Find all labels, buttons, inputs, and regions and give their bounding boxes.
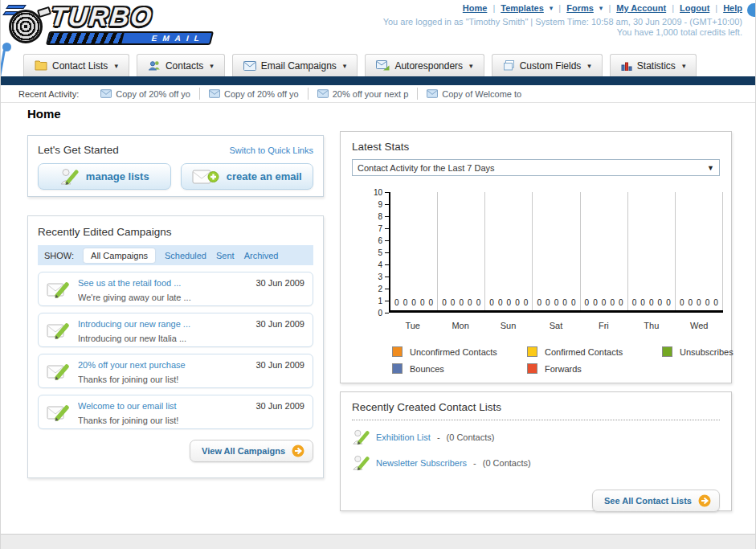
data-value-label: 0 (442, 298, 447, 307)
campaign-date: 30 Jun 2009 (255, 319, 304, 329)
filter-all-campaigns[interactable]: All Campaigns (84, 248, 155, 263)
person-pencil-icon (352, 428, 370, 446)
campaign-row[interactable]: Welcome to our email list Thanks for joi… (38, 395, 313, 429)
data-value-label: 0 (602, 298, 607, 307)
stats-range-value: Contact Activity for the Last 7 Days (358, 163, 495, 173)
nav-link-help[interactable]: Help (723, 3, 742, 13)
contact-list-link[interactable]: Newsletter Subscribers (376, 458, 467, 468)
data-value-label: 0 (459, 298, 464, 307)
campaign-row[interactable]: See us at the retail food ... We're givi… (38, 272, 313, 306)
campaign-title-link[interactable]: See us at the retail food ... (78, 278, 181, 288)
y-tick-label: 8 (378, 212, 389, 220)
activity-link[interactable]: Copy of Welcome to (442, 89, 521, 99)
data-value-label: 0 (524, 298, 529, 307)
turbo-pipe-icon (37, 6, 51, 18)
nav-separator: | (492, 3, 495, 13)
nav-link-my-account[interactable]: My Account (616, 3, 666, 13)
nav-link-logout[interactable]: Logout (680, 3, 709, 13)
recent-activity-item[interactable]: Copy of Welcome to (418, 88, 530, 100)
activity-link[interactable]: Copy of 20% off yo (116, 89, 190, 99)
see-all-contact-lists-button[interactable]: See All Contact Lists (592, 490, 720, 512)
bar-chart-icon (621, 61, 632, 71)
recent-activity-item[interactable]: Copy of 20% off yo (92, 88, 200, 100)
recent-activity-bar: Recent Activity: Copy of 20% off yo Copy… (1, 85, 755, 103)
page-title: Home (27, 107, 61, 121)
tab-label: Custom Fields (520, 60, 582, 72)
data-value-label: 0 (585, 298, 590, 307)
view-all-campaigns-button[interactable]: View All Campaigns (190, 440, 313, 462)
contact-list-count: (0 Contacts) (483, 458, 531, 468)
y-tick-label: 3 (378, 272, 389, 281)
tab-label: Contacts (166, 60, 203, 72)
turbo-email-logo: TURBO EMAIL (6, 2, 223, 48)
campaign-filter-bar: SHOW: All Campaigns Scheduled Sent Archi… (38, 245, 313, 265)
recent-activity-label: Recent Activity: (18, 89, 79, 99)
nav-link-home[interactable]: Home (463, 3, 488, 13)
chart-day-group: 00000 (533, 192, 580, 310)
stats-range-select[interactable]: Contact Activity for the Last 7 Days ▼ (352, 159, 720, 176)
get-started-panel: Let's Get Started Switch to Quick Links … (27, 135, 324, 197)
chart-legend: Unconfirmed ContactsConfirmed ContactsUn… (392, 346, 720, 374)
contact-list-item[interactable]: Exhibition List - (0 Contacts) (352, 428, 720, 446)
tab-statistics[interactable]: Statistics ▾ (610, 54, 697, 76)
chevron-down-icon[interactable]: ▾ (550, 4, 554, 12)
tab-contacts[interactable]: Contacts ▾ (137, 54, 225, 76)
campaign-title-link[interactable]: Welcome to our email list (78, 401, 177, 411)
campaign-subtitle: Thanks for joining our list! (78, 416, 178, 425)
stacked-pages-icon (503, 60, 515, 71)
navy-divider-bar (1, 76, 755, 85)
campaign-row[interactable]: 20% off your next purchase Thanks for jo… (38, 354, 313, 388)
legend-label: Unsubscribes (680, 347, 734, 357)
contact-lists-panel: Recently Created Contact Lists Exhibitio… (340, 391, 732, 511)
chevron-down-icon[interactable]: ▾ (599, 4, 603, 12)
contact-lists-title: Recently Created Contact Lists (352, 401, 720, 413)
list-separator: - (473, 458, 476, 468)
session-info: You are logged in as "Timothy Smith" | S… (383, 17, 742, 27)
legend-label: Bounces (410, 364, 444, 374)
filter-sent[interactable]: Sent (216, 251, 235, 260)
logo-title: TURBO (49, 2, 154, 32)
latest-stats-title: Latest Stats (352, 141, 720, 153)
campaign-title-link[interactable]: Introducing our new range ... (78, 319, 190, 329)
recent-activity-item[interactable]: 20% off your next p (309, 88, 419, 100)
tab-email-campaigns[interactable]: Email Campaigns ▾ (232, 54, 358, 76)
contact-list-item[interactable]: Newsletter Subscribers - (0 Contacts) (352, 454, 720, 472)
filter-archived[interactable]: Archived (244, 251, 279, 260)
tab-autoresponders[interactable]: Autoresponders ▾ (365, 54, 484, 76)
campaign-subtitle: We're giving away our late ... (78, 293, 191, 302)
chevron-down-icon: ▾ (114, 62, 118, 70)
recent-activity-item[interactable]: Copy of 20% off yo (200, 88, 309, 100)
y-tick-label: 1 (378, 297, 389, 305)
tab-custom-fields[interactable]: Custom Fields ▾ (492, 54, 603, 76)
data-value-label: 0 (632, 298, 637, 307)
data-value-label: 0 (515, 298, 520, 307)
nav-link-templates[interactable]: Templates (501, 3, 544, 13)
x-axis-day-label: Fri (580, 321, 627, 330)
envelope-pencil-icon (47, 321, 71, 340)
envelope-icon (317, 89, 329, 98)
switch-quick-links-link[interactable]: Switch to Quick Links (229, 145, 313, 155)
speed-stripes-icon (47, 33, 125, 43)
campaign-row[interactable]: Introducing our new range ... Introducin… (38, 313, 313, 347)
list-separator: - (437, 432, 440, 442)
legend-item: Forwards (527, 363, 662, 374)
x-axis-day-label: Wed (676, 321, 723, 330)
manage-lists-button[interactable]: manage lists (38, 163, 171, 190)
campaign-date: 30 Jun 2009 (255, 360, 304, 370)
activity-link[interactable]: 20% off your next p (333, 89, 409, 99)
nav-separator: | (608, 3, 611, 13)
data-value-label: 0 (546, 298, 550, 307)
contact-list-link[interactable]: Exhibition List (376, 432, 431, 442)
envelope-plus-icon (192, 168, 219, 186)
tab-contact-lists[interactable]: Contact Lists ▾ (23, 54, 129, 76)
activity-link[interactable]: Copy of 20% off yo (224, 89, 299, 99)
nav-link-forms[interactable]: Forms (566, 3, 594, 13)
legend-label: Confirmed Contacts (545, 347, 623, 357)
filter-scheduled[interactable]: Scheduled (165, 251, 206, 260)
data-value-label: 0 (537, 298, 541, 307)
create-email-button[interactable]: create an email (181, 163, 314, 190)
campaign-title-link[interactable]: 20% off your next purchase (78, 360, 186, 370)
legend-swatch (527, 363, 537, 374)
data-value-label: 0 (680, 298, 684, 307)
tab-label: Statistics (637, 60, 676, 72)
